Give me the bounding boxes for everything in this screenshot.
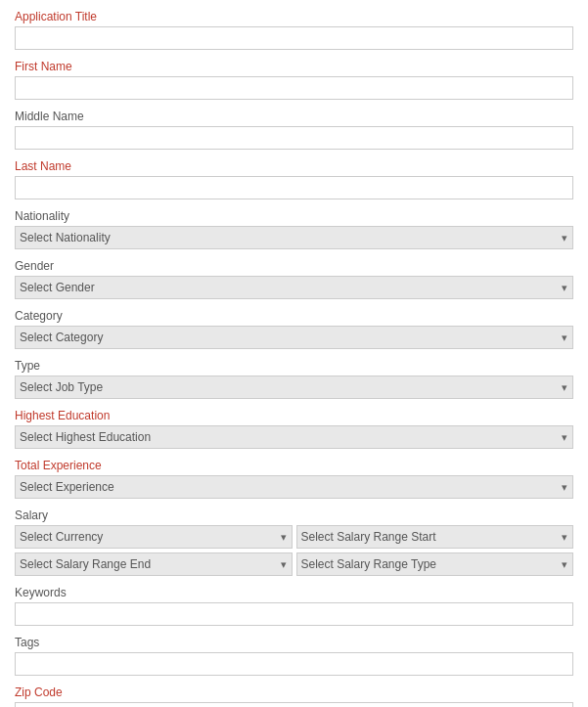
nationality-label: Nationality xyxy=(15,209,573,223)
middle-name-input[interactable] xyxy=(15,126,573,150)
last-name-group: Last Name xyxy=(15,159,573,199)
type-label: Type xyxy=(15,359,573,373)
highest-education-label: Highest Education xyxy=(15,409,573,422)
nationality-select-wrapper: Select Nationality xyxy=(15,226,573,249)
first-name-input[interactable] xyxy=(15,76,573,100)
category-select[interactable]: Select Category xyxy=(15,326,573,349)
currency-select-wrapper: Select Currency xyxy=(15,525,293,549)
tags-input[interactable] xyxy=(15,652,573,676)
category-select-wrapper: Select Category xyxy=(15,326,573,349)
keywords-label: Keywords xyxy=(15,586,573,599)
range-type-select[interactable]: Select Salary Range Type xyxy=(296,552,574,576)
range-end-select[interactable]: Select Salary Range End xyxy=(15,552,293,576)
nationality-group: Nationality Select Nationality xyxy=(15,209,573,249)
range-end-select-wrapper: Select Salary Range End xyxy=(15,552,293,576)
category-label: Category xyxy=(15,309,573,323)
salary-grid: Select Currency Select Salary Range Star… xyxy=(15,525,573,576)
highest-education-select-wrapper: Select Highest Education xyxy=(15,425,573,449)
gender-label: Gender xyxy=(15,259,573,273)
total-experience-label: Total Experience xyxy=(15,459,573,472)
keywords-group: Keywords xyxy=(15,586,573,626)
keywords-input[interactable] xyxy=(15,602,573,626)
first-name-label: First Name xyxy=(15,60,573,73)
gender-group: Gender Select Gender xyxy=(15,259,573,299)
range-start-select-wrapper: Select Salary Range Start xyxy=(296,525,574,549)
total-experience-select-wrapper: Select Experience xyxy=(15,475,573,499)
highest-education-group: Highest Education Select Highest Educati… xyxy=(15,409,573,449)
category-group: Category Select Category xyxy=(15,309,573,349)
middle-name-group: Middle Name xyxy=(15,110,573,150)
salary-label: Salary xyxy=(15,508,573,522)
type-group: Type Select Job Type xyxy=(15,359,573,399)
salary-group: Salary Select Currency Select Salary Ran… xyxy=(15,508,573,576)
total-experience-select[interactable]: Select Experience xyxy=(15,475,573,499)
zip-code-label: Zip Code xyxy=(15,685,573,699)
last-name-label: Last Name xyxy=(15,159,573,173)
range-type-select-wrapper: Select Salary Range Type xyxy=(296,552,574,576)
range-start-select[interactable]: Select Salary Range Start xyxy=(296,525,574,549)
type-select-wrapper: Select Job Type xyxy=(15,376,573,399)
zip-code-group: Zip Code xyxy=(15,685,573,707)
zip-code-input[interactable] xyxy=(15,702,573,707)
nationality-select[interactable]: Select Nationality xyxy=(15,226,573,249)
application-title-group: Application Title xyxy=(15,10,573,50)
tags-label: Tags xyxy=(15,636,573,649)
total-experience-group: Total Experience Select Experience xyxy=(15,459,573,499)
highest-education-select[interactable]: Select Highest Education xyxy=(15,425,573,449)
currency-select[interactable]: Select Currency xyxy=(15,525,293,549)
last-name-input[interactable] xyxy=(15,176,573,199)
type-select[interactable]: Select Job Type xyxy=(15,376,573,399)
gender-select-wrapper: Select Gender xyxy=(15,276,573,299)
application-title-label: Application Title xyxy=(15,10,573,23)
tags-group: Tags xyxy=(15,636,573,676)
gender-select[interactable]: Select Gender xyxy=(15,276,573,299)
first-name-group: First Name xyxy=(15,60,573,100)
middle-name-label: Middle Name xyxy=(15,110,573,123)
application-title-input[interactable] xyxy=(15,26,573,50)
